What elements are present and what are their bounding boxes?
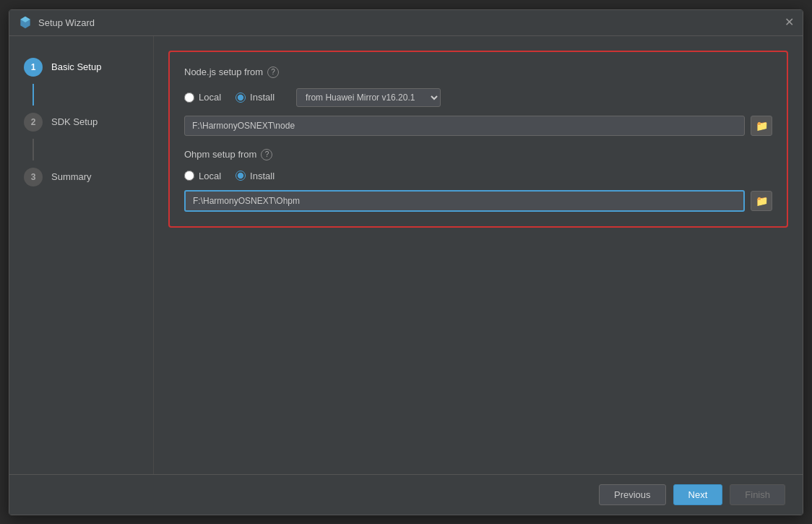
- sidebar-item-basic-setup[interactable]: 1 Basic Setup: [9, 51, 153, 84]
- ohpm-local-radio-label[interactable]: Local: [184, 171, 221, 181]
- ohpm-install-radio-label[interactable]: Install: [236, 171, 275, 181]
- ohpm-path-row: 📁: [184, 190, 772, 212]
- sidebar-item-sdk-setup[interactable]: 2 SDK Setup: [9, 106, 153, 139]
- nodejs-title-text: Node.js setup from: [184, 66, 263, 77]
- ohpm-radio-group: Local Install: [184, 171, 772, 181]
- title-bar: Setup Wizard ✕: [9, 10, 803, 36]
- nodejs-path-row: 📁: [184, 116, 772, 136]
- nodejs-dropdown-wrapper: from Huawei Mirror v16.20.1: [296, 88, 441, 107]
- ohpm-install-radio[interactable]: [236, 171, 246, 181]
- nodejs-section-title: Node.js setup from ?: [184, 66, 772, 78]
- nodejs-folder-icon: 📁: [756, 120, 768, 132]
- app-logo-icon: [18, 15, 33, 30]
- ohpm-title-text: Ohpm setup from: [184, 149, 256, 160]
- nodejs-help-icon[interactable]: ?: [267, 66, 279, 78]
- ohpm-help-icon[interactable]: ?: [261, 149, 272, 160]
- ohpm-section: Ohpm setup from ? Local Install: [184, 149, 772, 212]
- step-connector-2: [33, 139, 34, 160]
- setup-wizard-window: Setup Wizard ✕ 1 Basic Setup 2 SDK Setup…: [9, 9, 803, 515]
- sidebar: 1 Basic Setup 2 SDK Setup 3 Summary: [9, 36, 154, 474]
- sidebar-item-summary[interactable]: 3 Summary: [9, 160, 153, 194]
- nodejs-local-radio-label[interactable]: Local: [184, 92, 221, 103]
- ohpm-local-label: Local: [199, 171, 221, 181]
- nodejs-folder-button[interactable]: 📁: [751, 116, 772, 136]
- ohpm-path-input[interactable]: [184, 190, 745, 212]
- nodejs-radio-group: Local Install from Huawei Mirror v16.20.…: [184, 88, 772, 107]
- step-2-number: 2: [24, 113, 43, 132]
- step-3-number: 3: [24, 168, 43, 186]
- previous-button[interactable]: Previous: [599, 484, 666, 505]
- nodejs-local-radio[interactable]: [184, 93, 194, 103]
- nodejs-install-label: Install: [250, 92, 275, 103]
- ohpm-folder-button[interactable]: 📁: [751, 191, 772, 211]
- ohpm-local-radio[interactable]: [184, 171, 194, 181]
- main-body: 1 Basic Setup 2 SDK Setup 3 Summary Node…: [9, 36, 803, 474]
- finish-button[interactable]: Finish: [730, 484, 785, 505]
- footer: Previous Next Finish: [9, 474, 803, 515]
- nodejs-mirror-dropdown[interactable]: from Huawei Mirror v16.20.1: [296, 88, 441, 107]
- setup-section: Node.js setup from ? Local Install from: [168, 51, 788, 228]
- nodejs-local-label: Local: [199, 92, 221, 103]
- step-connector-1: [33, 84, 34, 106]
- content-area: Node.js setup from ? Local Install from: [154, 36, 803, 474]
- ohpm-section-title: Ohpm setup from ?: [184, 149, 772, 160]
- step-1-label: Basic Setup: [51, 61, 101, 72]
- close-button[interactable]: ✕: [784, 17, 794, 27]
- step-1-number: 1: [24, 58, 43, 77]
- step-2-label: SDK Setup: [51, 116, 98, 127]
- window-title: Setup Wizard: [38, 17, 95, 28]
- next-button[interactable]: Next: [673, 484, 723, 505]
- nodejs-install-radio-label[interactable]: Install: [236, 92, 275, 103]
- ohpm-folder-icon: 📁: [756, 195, 768, 207]
- ohpm-install-label: Install: [250, 171, 275, 181]
- nodejs-install-radio[interactable]: [236, 93, 246, 103]
- step-3-label: Summary: [51, 171, 92, 182]
- nodejs-path-input[interactable]: [184, 116, 745, 136]
